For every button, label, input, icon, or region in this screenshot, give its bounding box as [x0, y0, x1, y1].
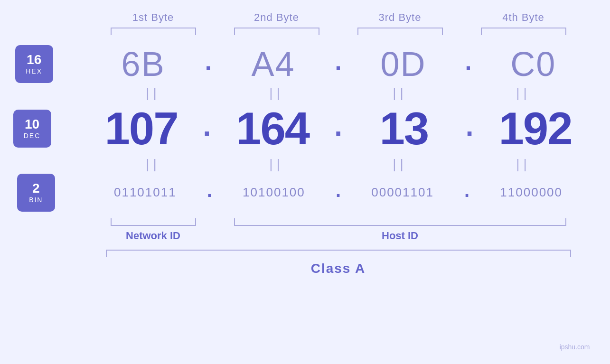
top-brackets-row — [20, 28, 590, 35]
hex-badge: 16 HEX — [15, 45, 53, 83]
bin-val-1: 01101011 — [114, 185, 177, 199]
eq-2-1: || — [92, 157, 215, 172]
byte1-header: 1st Byte — [92, 11, 215, 24]
hex-val-2: A4 — [252, 45, 295, 83]
bin-base-num: 2 — [32, 181, 40, 196]
main-container: 1st Byte 2nd Byte 3rd Byte 4th Byte 16 H… — [20, 11, 590, 353]
hex-dot-1: . — [205, 50, 212, 74]
bin-dot-3: . — [464, 181, 469, 200]
hex-val-3: 0D — [380, 45, 426, 83]
top-bracket-3 — [357, 28, 443, 35]
watermark: ipshu.com — [560, 343, 590, 351]
hex-base-label: HEX — [26, 67, 42, 75]
dec-byte3: 13 — [342, 103, 466, 155]
class-section: Class A — [20, 250, 590, 276]
hex-row: 16 HEX 6B . A4 . 0D . C0 — [20, 45, 590, 84]
byte4-header: 4th Byte — [462, 11, 585, 24]
host-id-bracket — [234, 218, 566, 226]
network-id-group: Network ID — [111, 218, 196, 242]
dec-byte4: 192 — [474, 103, 597, 155]
hex-base-num: 16 — [27, 53, 41, 67]
host-id-label: Host ID — [382, 230, 418, 242]
eq-1-1: || — [92, 85, 215, 101]
dec-val-3: 13 — [379, 103, 428, 154]
class-label: Class A — [311, 261, 366, 276]
bottom-brackets-wrapper: Network ID Host ID — [20, 218, 590, 242]
network-id-bracket — [111, 218, 196, 226]
hex-byte4: C0 — [471, 45, 595, 84]
byte-headers-row: 1st Byte 2nd Byte 3rd Byte 4th Byte — [20, 11, 590, 24]
bin-val-4: 11000000 — [500, 185, 563, 199]
top-bracket-2 — [234, 28, 319, 35]
eq-2-3: || — [338, 157, 462, 172]
dec-val-2: 164 — [236, 103, 309, 154]
dec-val-4: 192 — [498, 103, 572, 154]
byte3-header: 3rd Byte — [338, 11, 462, 24]
bin-byte3: 00001101 — [341, 185, 464, 200]
bin-val-2: 10100100 — [243, 185, 305, 199]
watermark-text: ipshu.com — [560, 343, 590, 351]
top-bracket-4 — [481, 28, 566, 35]
eq-1-4: || — [462, 85, 585, 101]
bracket-cell-4 — [462, 28, 585, 35]
eq-1-2: || — [215, 85, 338, 101]
bin-val-3: 00001101 — [371, 185, 434, 199]
dec-base-label: DEC — [24, 132, 41, 140]
hex-byte1: 6B — [82, 45, 205, 84]
class-bracket — [106, 250, 571, 257]
bin-values: 01101011 . 10100100 . 00001101 . 1100000… — [84, 185, 593, 200]
dec-byte2: 164 — [211, 103, 334, 155]
dec-dot-3: . — [466, 112, 474, 140]
bin-dot-2: . — [336, 181, 341, 200]
hex-byte3: 0D — [341, 45, 465, 84]
hex-dot-3: . — [465, 50, 471, 74]
hex-values: 6B . A4 . 0D . C0 — [82, 45, 595, 84]
bracket-cell-1 — [92, 28, 215, 35]
bracket-cell-2 — [215, 28, 338, 35]
hex-val-4: C0 — [510, 45, 556, 83]
bracket-spacer-1 — [196, 218, 234, 242]
dec-row: 10 DEC 107 . 164 . 13 . 192 — [20, 103, 590, 155]
bin-row: 2 BIN 01101011 . 10100100 . 00001101 . 1… — [20, 174, 590, 212]
eq-1-3: || — [338, 85, 462, 101]
bin-byte4: 11000000 — [469, 185, 593, 200]
dec-badge: 10 DEC — [13, 110, 51, 148]
network-id-label: Network ID — [126, 230, 180, 242]
bin-byte1: 01101011 — [84, 185, 207, 200]
eq-2-2: || — [215, 157, 338, 172]
equals-row-1: || || || || — [20, 85, 590, 101]
bin-badge: 2 BIN — [17, 174, 55, 212]
byte2-header: 2nd Byte — [215, 11, 338, 24]
bracket-cell-3 — [338, 28, 462, 35]
host-id-group: Host ID — [234, 218, 566, 242]
hex-dot-2: . — [335, 50, 342, 74]
bin-byte2: 10100100 — [212, 185, 336, 200]
bin-base-label: BIN — [29, 196, 43, 204]
equals-row-2: || || || || — [20, 157, 590, 172]
dec-values: 107 . 164 . 13 . 192 — [80, 103, 597, 155]
dec-byte1: 107 — [80, 103, 203, 155]
eq-2-4: || — [462, 157, 585, 172]
hex-byte2: A4 — [212, 45, 335, 84]
dec-dot-1: . — [203, 112, 211, 140]
top-bracket-1 — [111, 28, 196, 35]
hex-val-1: 6B — [122, 45, 165, 83]
bin-dot-1: . — [207, 181, 212, 200]
dec-base-num: 10 — [25, 117, 39, 132]
dec-dot-2: . — [334, 112, 342, 140]
dec-val-1: 107 — [104, 103, 178, 154]
